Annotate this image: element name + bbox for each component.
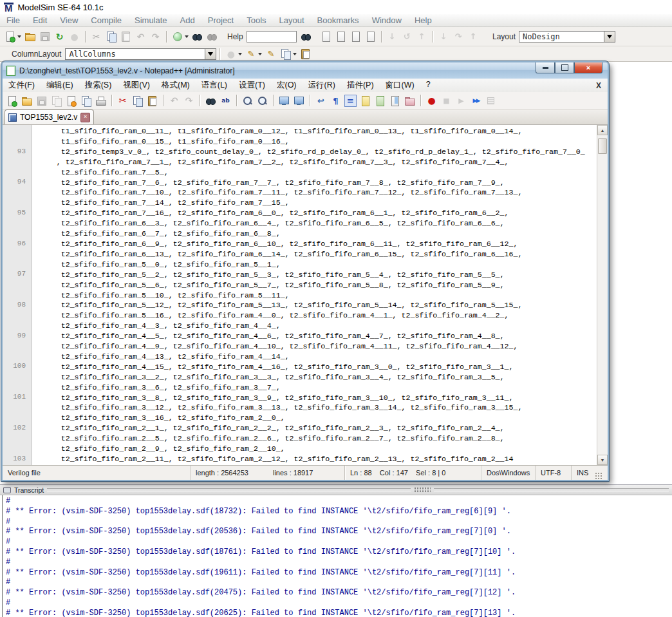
paste-button[interactable] bbox=[145, 94, 159, 108]
step-into-button[interactable]: ↓ bbox=[437, 30, 451, 43]
npp-menu-item-2[interactable]: 搜索(S) bbox=[79, 80, 118, 91]
pane-drag-handle[interactable] bbox=[414, 487, 431, 493]
open-button[interactable] bbox=[23, 30, 37, 43]
show-indent-guide-button[interactable]: ≡ bbox=[344, 94, 357, 108]
layout-combobox[interactable]: NoDesign bbox=[519, 31, 615, 43]
npp-menu-item-9[interactable]: 插件(P) bbox=[341, 80, 380, 91]
minimize-button[interactable] bbox=[536, 62, 555, 73]
step-out-button[interactable]: ↑ bbox=[467, 30, 480, 43]
notepad-titlebar[interactable]: D:\zonghe\rt_test\TOP1553_lev2.v - Notep… bbox=[3, 62, 608, 79]
npp-menu-item-6[interactable]: 设置(T) bbox=[233, 80, 271, 91]
macro-stop-button[interactable]: ■ bbox=[440, 94, 453, 108]
simulate-options-button[interactable]: * bbox=[334, 30, 348, 43]
add-to-wave-button[interactable]: ✎ bbox=[244, 47, 263, 61]
close-file-button[interactable] bbox=[64, 94, 78, 108]
npp-menu-item-10[interactable]: 窗口(W) bbox=[380, 80, 420, 91]
redo-button[interactable]: ↷ bbox=[182, 94, 196, 108]
ms-menu-item-11[interactable]: Help bbox=[408, 15, 438, 25]
document-map-button[interactable] bbox=[388, 94, 402, 108]
npp-menu-item-0[interactable]: 文件(F) bbox=[3, 80, 41, 91]
replace-button[interactable]: ab bbox=[219, 94, 232, 108]
find-button[interactable] bbox=[204, 94, 218, 108]
word-wrap-button[interactable]: ↩ bbox=[314, 94, 328, 108]
sync-horizontal-scroll-button[interactable] bbox=[292, 94, 306, 108]
transcript-header[interactable]: Transcript bbox=[0, 484, 672, 495]
run-next-button[interactable]: ↑ bbox=[415, 30, 429, 43]
ms-menu-item-1[interactable]: Edit bbox=[26, 15, 53, 25]
undo-button[interactable]: ↶ bbox=[167, 94, 181, 108]
transcript-output[interactable]: # # ** Error: (vsim-SDF-3250) top1553del… bbox=[2, 495, 672, 617]
layout-dropdown-button[interactable] bbox=[604, 32, 615, 42]
ms-menu-item-10[interactable]: Window bbox=[366, 15, 408, 25]
npp-menu-item-4[interactable]: 格式(M) bbox=[156, 80, 196, 91]
ms-menu-item-4[interactable]: Simulate bbox=[128, 15, 174, 25]
editor-text[interactable]: t1_sfifo_fifo_ram_0__11_, t1_sfifo_fifo_… bbox=[32, 125, 597, 465]
function-list-button[interactable] bbox=[373, 94, 387, 108]
zoom-out-button[interactable]: − bbox=[256, 94, 269, 108]
ms-menu-item-6[interactable]: Project bbox=[201, 15, 240, 25]
ms-menu-item-7[interactable]: Tools bbox=[240, 15, 272, 25]
editor-vertical-scrollbar[interactable]: ▲ ▼ bbox=[597, 125, 608, 465]
run-continue-button[interactable]: ↓ bbox=[386, 30, 399, 43]
zoom-in-button[interactable]: + bbox=[241, 94, 254, 108]
quit-simulation-button[interactable]: × bbox=[364, 30, 377, 43]
ms-menu-item-2[interactable]: View bbox=[53, 15, 84, 25]
help-search-icon[interactable] bbox=[300, 30, 312, 43]
close-all-button[interactable] bbox=[79, 94, 93, 108]
ms-menu-item-0[interactable]: File bbox=[0, 15, 26, 25]
cut-button[interactable]: ✂ bbox=[89, 30, 103, 43]
scroll-down-icon[interactable]: ▼ bbox=[597, 455, 608, 465]
close-button[interactable]: × bbox=[574, 62, 602, 73]
folder-as-workspace-button[interactable] bbox=[403, 94, 416, 108]
paste-button[interactable] bbox=[119, 30, 133, 43]
maximize-button[interactable] bbox=[555, 62, 574, 73]
redo-button[interactable]: ↷ bbox=[149, 30, 162, 43]
resize-grip[interactable] bbox=[595, 472, 602, 480]
macro-play-button[interactable]: ▶ bbox=[454, 94, 468, 108]
simulate-button[interactable]: ▶ bbox=[319, 30, 333, 43]
copy-button[interactable] bbox=[131, 94, 144, 108]
find-button[interactable] bbox=[191, 30, 204, 43]
paste-wave-button[interactable] bbox=[299, 47, 312, 61]
ms-menu-item-8[interactable]: Layout bbox=[273, 15, 311, 25]
copy-button[interactable] bbox=[104, 30, 118, 43]
break-button[interactable]: ! bbox=[349, 30, 362, 43]
macro-save-button[interactable] bbox=[484, 94, 498, 108]
help-input[interactable] bbox=[247, 31, 297, 43]
undo-button[interactable]: ↶ bbox=[134, 30, 147, 43]
cut-button[interactable]: ✂ bbox=[116, 94, 129, 108]
compile-button[interactable]: ● bbox=[68, 30, 81, 43]
scroll-up-icon[interactable]: ▲ bbox=[597, 125, 608, 135]
columnlayout-dropdown-button[interactable] bbox=[205, 49, 216, 59]
npp-menu-item-5[interactable]: 语言(L) bbox=[196, 80, 233, 91]
show-all-characters-button[interactable]: ¶ bbox=[329, 94, 342, 108]
reload-button[interactable]: ↻ bbox=[53, 30, 66, 43]
ms-menu-item-5[interactable]: Add bbox=[174, 15, 201, 25]
copy-wave-button[interactable] bbox=[279, 47, 297, 61]
user-defined-dialog-button[interactable] bbox=[359, 94, 372, 108]
save-button[interactable] bbox=[38, 30, 51, 43]
columnlayout-combobox[interactable]: AllColumns bbox=[65, 48, 216, 60]
edit-wave-button[interactable]: ✎ bbox=[264, 47, 277, 61]
macro-record-button[interactable]: ● bbox=[425, 94, 438, 108]
tab-close-icon[interactable]: × bbox=[80, 113, 90, 122]
npp-menu-item-8[interactable]: 运行(R) bbox=[303, 80, 341, 91]
npp-menu-item-7[interactable]: 宏(O) bbox=[271, 80, 303, 91]
step-over-button[interactable]: ↷ bbox=[452, 30, 465, 43]
npp-menu-item-1[interactable]: 编辑(E) bbox=[41, 80, 79, 91]
npp-menu-item-11[interactable]: ? bbox=[420, 80, 436, 91]
run-all-button[interactable]: ↺ bbox=[400, 30, 414, 43]
ms-menu-item-3[interactable]: Compile bbox=[84, 15, 128, 25]
expand-button[interactable]: ● bbox=[224, 47, 243, 61]
find-next-button[interactable] bbox=[205, 30, 219, 43]
npp-menu-item-3[interactable]: 视图(V) bbox=[117, 80, 156, 91]
macro-run-multiple-button[interactable]: ▶▶ bbox=[469, 94, 483, 108]
print-button[interactable] bbox=[94, 94, 107, 108]
menubar-close-button[interactable]: X bbox=[596, 81, 601, 90]
new-file-button[interactable] bbox=[5, 94, 19, 108]
open-file-button[interactable] bbox=[20, 94, 33, 108]
sync-vertical-scroll-button[interactable] bbox=[277, 94, 291, 108]
run-button[interactable] bbox=[171, 30, 189, 43]
tab-top1553-lev2[interactable]: TOP1553_lev2.v × bbox=[5, 109, 94, 124]
scrollbar-thumb[interactable] bbox=[598, 138, 607, 154]
